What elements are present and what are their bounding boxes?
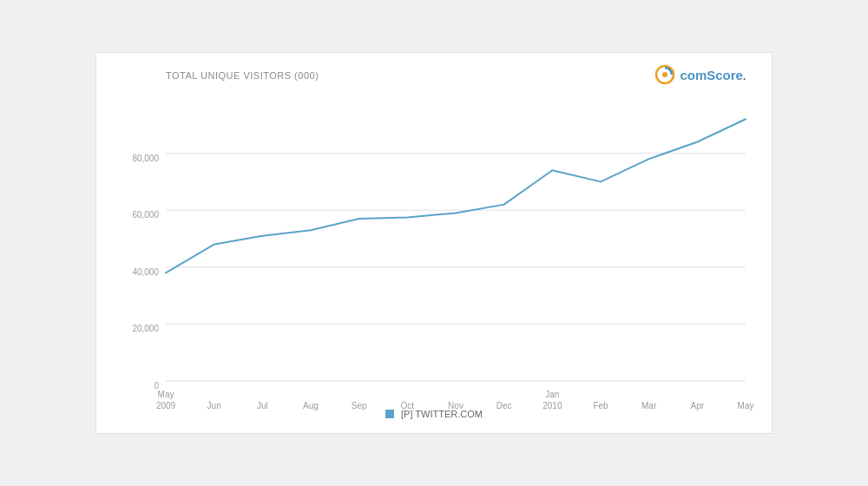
chart-title: TOTAL UNIQUE VISITORS (000) [166, 70, 319, 81]
legend-label: [P] TWITTER.COM [401, 409, 483, 419]
y-axis-label: 20,000 [132, 324, 159, 333]
legend-color-dot [385, 410, 394, 418]
chart-area: 020,00040,00060,00080,000May2009JunJulAu… [166, 96, 746, 381]
svg-point-1 [662, 72, 667, 77]
chart-container: TOTAL UNIQUE VISITORS (000) comScore. 02… [95, 52, 773, 434]
comscore-text: comScore. [680, 68, 746, 82]
y-axis-label: 60,000 [132, 210, 159, 220]
comscore-suffix: Score [707, 68, 743, 82]
comscore-icon [655, 65, 674, 84]
chart-legend: [P] TWITTER.COM [96, 409, 772, 419]
y-axis-label: 40,000 [132, 266, 159, 276]
line-chart-svg [166, 96, 746, 381]
y-axis-label: 80,000 [132, 153, 159, 162]
comscore-prefix: com [680, 68, 707, 82]
comscore-logo: comScore. [655, 65, 746, 84]
